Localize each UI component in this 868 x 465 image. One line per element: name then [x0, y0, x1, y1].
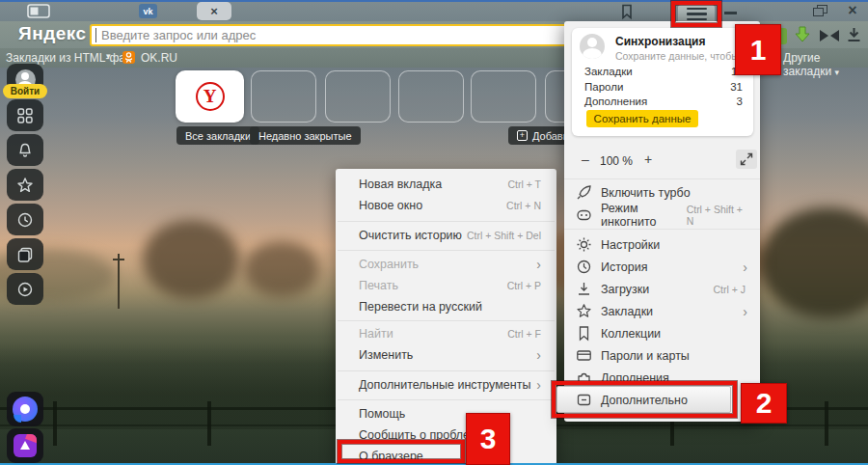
speed-dial-tile-empty[interactable]: [471, 70, 536, 123]
login-button[interactable]: Войти: [3, 84, 47, 98]
sidebar-services-button[interactable]: [7, 99, 43, 131]
card-icon: [576, 347, 592, 364]
annotation-box-about: [338, 440, 465, 463]
sidebar-notifications-button[interactable]: [7, 134, 43, 166]
menu-item-downloads[interactable]: ЗагрузкиCtrl + J: [567, 278, 757, 300]
close-button[interactable]: ×: [843, 1, 862, 20]
download-icon: [576, 281, 592, 297]
menu-item-history[interactable]: История›: [567, 256, 757, 278]
speed-dial-tile-empty[interactable]: [398, 70, 464, 123]
caret-down-icon: ▾: [835, 68, 840, 77]
other-bookmarks-button[interactable]: Другие закладки ▾: [783, 51, 868, 78]
menu-item-new-tab[interactable]: Новая вкладкаCtrl + T: [338, 174, 555, 195]
clock-icon: [16, 211, 34, 229]
annotation-step-1: 1: [735, 24, 781, 75]
clock-icon: [576, 259, 592, 275]
background-tree: [244, 241, 319, 297]
chevron-down-icon[interactable]: ▾: [106, 51, 111, 61]
menu-item-save[interactable]: Сохранить›: [338, 254, 555, 275]
save-data-button[interactable]: Сохранить данные: [586, 110, 698, 127]
bookmark-flag-icon: [576, 325, 592, 342]
window-top-border: [0, 0, 868, 2]
tabs-icon: [16, 246, 34, 263]
bookmark-flag-icon[interactable]: [618, 3, 636, 20]
menu-item-new-window[interactable]: Новое окноCtrl + N: [338, 195, 555, 216]
tab-preview-icon[interactable]: [27, 4, 50, 18]
sidebar-tabs-button[interactable]: [7, 238, 43, 270]
menu-item-edit[interactable]: Изменить›: [338, 344, 555, 366]
sync-row-bookmarks: Закладки11: [584, 66, 743, 78]
sidebar-history-button[interactable]: [7, 204, 43, 235]
okru-favicon: [122, 51, 135, 64]
menu-separator: [564, 178, 760, 179]
all-bookmarks-button[interactable]: Все закладки: [176, 126, 259, 145]
background-trees: [760, 207, 868, 318]
annotation-box-advanced: [552, 381, 737, 418]
menu-separator: [338, 320, 555, 321]
menu-separator: [564, 229, 760, 230]
titlebar: vk × ×: [0, 0, 868, 21]
menu-item-find[interactable]: НайтиCtrl + F: [338, 323, 555, 344]
menu-item-clear-history[interactable]: Очистить историюCtrl + Shift + Del: [338, 225, 555, 246]
sidebar-disk-button[interactable]: [7, 428, 43, 463]
speed-dial-tile-empty[interactable]: [251, 70, 316, 123]
star-icon: [16, 177, 34, 194]
download-helper-extension-icon[interactable]: [793, 26, 812, 43]
menu-item-translate[interactable]: Перевести на русский: [338, 296, 555, 317]
background-pole: [118, 254, 120, 309]
fence-post: [53, 401, 57, 446]
restore-button[interactable]: [813, 8, 824, 16]
menu-item-bookmarks[interactable]: Закладки›: [567, 300, 757, 322]
vk-tab-icon[interactable]: vk: [139, 4, 157, 18]
background-pole: [113, 259, 124, 260]
menu-item-settings[interactable]: Настройки: [567, 233, 757, 256]
menu-item-passwords-cards[interactable]: Пароли и карты: [567, 344, 757, 367]
minimize-button[interactable]: [724, 12, 737, 14]
fence-post: [825, 401, 828, 446]
menu-item-help[interactable]: Помощь: [338, 403, 555, 424]
sidebar-video-button[interactable]: [7, 273, 43, 305]
close-icon: ×: [210, 4, 218, 18]
sync-row-passwords: Пароли31: [584, 81, 743, 94]
sync-avatar: [580, 34, 605, 59]
address-bar[interactable]: [90, 24, 632, 46]
add-icon: +: [517, 130, 528, 141]
speed-dial-tile-yandex[interactable]: Y: [176, 70, 244, 123]
play-circle-icon: [16, 281, 34, 298]
annotation-box-menu-button: [671, 1, 721, 27]
annotation-step-2: 2: [741, 383, 787, 424]
sidebar-favorites-button[interactable]: [7, 169, 43, 201]
screen-mode-extension-icon[interactable]: [819, 29, 840, 42]
menu-item-collections[interactable]: Коллекции: [567, 322, 757, 344]
background-tree: [143, 220, 239, 299]
yandex-browser-logo: Y: [196, 82, 225, 111]
sync-row-extensions: Дополнения3: [584, 96, 743, 108]
menu-item-incognito[interactable]: Режим инкогнитоCtrl + Shift + N: [567, 204, 757, 226]
gear-icon: [576, 236, 592, 253]
chevron-right-icon: ›: [743, 304, 757, 319]
bookmark-okru[interactable]: OK.RU: [141, 51, 177, 65]
rocket-icon: [576, 184, 592, 201]
fullscreen-button[interactable]: [736, 150, 757, 169]
zoom-in-button[interactable]: +: [640, 151, 656, 167]
sidebar-messenger-button[interactable]: [7, 392, 43, 426]
chevron-right-icon: ›: [536, 377, 541, 393]
menu-item-print[interactable]: ПечатьCtrl + P: [338, 275, 555, 296]
sync-subtitle: Сохраните данные, чтобы их не поте: [615, 50, 752, 62]
fence-post: [207, 401, 211, 446]
expand-icon: [740, 152, 753, 166]
chevron-right-icon: ›: [536, 257, 541, 272]
browser-window: vk × × Яндекс Закладки из HTML-фа ▾: [0, 0, 868, 465]
disk-icon: [14, 434, 37, 457]
bell-icon: [16, 142, 34, 159]
recently-closed-button[interactable]: Недавно закрытые: [250, 126, 361, 145]
speed-dial-tile-empty[interactable]: [325, 70, 391, 123]
menu-item-more-tools[interactable]: Дополнительные инструменты›: [338, 374, 555, 396]
yandex-logo: Яндекс: [18, 23, 87, 44]
zoom-out-button[interactable]: –: [578, 151, 593, 167]
menu-separator: [338, 250, 555, 251]
downloads-icon[interactable]: [845, 26, 863, 43]
tab-close-button[interactable]: ×: [197, 2, 231, 20]
messenger-icon: [13, 397, 38, 422]
chevron-right-icon: ›: [743, 260, 757, 275]
